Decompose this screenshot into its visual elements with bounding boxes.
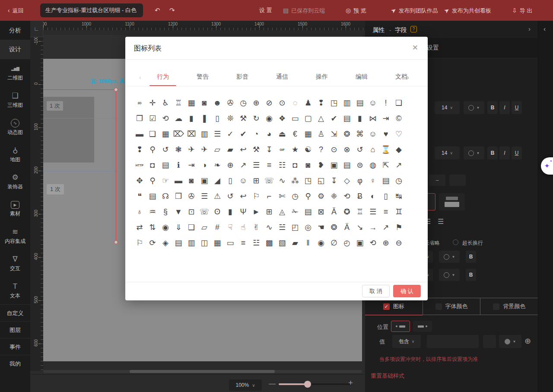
- grid-icon[interactable]: ❢: [315, 95, 327, 111]
- zoom-out-button[interactable]: —: [269, 380, 276, 388]
- modal-tab-影音[interactable]: 影音: [229, 73, 255, 81]
- sidebar-item-地图[interactable]: ⚲地图: [0, 141, 30, 168]
- grid-icon[interactable]: ⇓: [172, 220, 185, 235]
- grid-icon[interactable]: ☯: [302, 142, 315, 157]
- zoom-in-button[interactable]: +: [348, 378, 353, 388]
- italic-button[interactable]: I: [499, 147, 510, 159]
- grid-icon[interactable]: ↧: [327, 173, 340, 188]
- grid-icon[interactable]: ↻: [250, 111, 263, 126]
- grid-icon[interactable]: ☰: [198, 188, 211, 204]
- grid-icon[interactable]: ⌧: [185, 126, 198, 142]
- redo-button[interactable]: ↷: [169, 0, 175, 21]
- grid-icon[interactable]: ↺: [353, 142, 366, 157]
- grid-icon[interactable]: ⟲: [159, 111, 172, 126]
- grid-icon[interactable]: ☺: [366, 126, 379, 142]
- grid-icon[interactable]: Ƀ: [353, 188, 366, 204]
- grid-icon[interactable]: ▣: [198, 173, 211, 188]
- ruler-corner-icon[interactable]: ∟: [30, 21, 43, 37]
- grid-icon[interactable]: ⊕: [224, 157, 237, 173]
- grid-icon[interactable]: ♊: [392, 204, 405, 220]
- grid-icon[interactable]: ≡: [263, 157, 276, 173]
- grid-icon[interactable]: ⟲: [366, 235, 379, 251]
- sidebar-item-动态图[interactable]: ∿动态图: [0, 114, 30, 141]
- value-extra-field[interactable]: [483, 335, 496, 348]
- grid-icon[interactable]: →: [366, 220, 379, 235]
- grid-icon[interactable]: ↘: [353, 220, 366, 235]
- sidebar-item-我的[interactable]: 我的: [0, 355, 30, 372]
- grid-icon[interactable]: ♿: [159, 95, 172, 111]
- value-input[interactable]: [427, 335, 479, 348]
- grid-icon[interactable]: ❊: [224, 111, 237, 126]
- grid-icon[interactable]: #: [211, 220, 224, 235]
- grid-icon[interactable]: ◷: [237, 95, 250, 111]
- grid-icon[interactable]: ⏏: [276, 126, 289, 142]
- grid-icon[interactable]: ✪: [340, 204, 353, 220]
- grid-icon[interactable]: ℹ: [172, 157, 185, 173]
- grid-icon[interactable]: ◙: [198, 95, 211, 111]
- font-color-select[interactable]: ▼: [464, 147, 484, 159]
- checkbox-icon[interactable]: [435, 303, 442, 310]
- sidebar-item-内容集成[interactable]: ≋内容集成: [0, 223, 30, 250]
- grid-icon[interactable]: ♀: [366, 173, 379, 188]
- grid-icon[interactable]: ▥: [340, 95, 353, 111]
- grid-icon[interactable]: ⊖: [392, 235, 405, 251]
- icon-position-right-toggle[interactable]: [413, 321, 432, 332]
- grid-icon[interactable]: ↺: [159, 142, 172, 157]
- grid-icon[interactable]: ⌛: [379, 142, 392, 157]
- grid-icon[interactable]: ✥: [133, 173, 146, 188]
- grid-icon[interactable]: ✄: [276, 188, 289, 204]
- grid-icon[interactable]: ?: [315, 142, 327, 157]
- modal-tab-通信[interactable]: 通信: [269, 73, 295, 81]
- bold-button[interactable]: B: [487, 147, 498, 159]
- tab-bg-color[interactable]: 背景颜色: [480, 298, 538, 315]
- cancel-button[interactable]: 取 消: [362, 285, 390, 297]
- grid-icon[interactable]: ◱: [315, 173, 327, 188]
- grid-icon[interactable]: ⚒: [237, 111, 250, 126]
- grid-icon[interactable]: ≡: [379, 204, 392, 220]
- grid-icon[interactable]: ∅: [327, 235, 340, 251]
- grid-icon[interactable]: ◎: [302, 220, 315, 235]
- grid-icon[interactable]: ▤: [146, 188, 159, 204]
- grid-icon[interactable]: ▤: [172, 235, 185, 251]
- grid-icon[interactable]: §: [159, 204, 172, 220]
- grid-icon[interactable]: ☑: [146, 111, 159, 126]
- grid-icon[interactable]: ◔: [250, 126, 263, 142]
- reset-base-style-link[interactable]: 重置基础样式: [371, 372, 404, 380]
- grid-icon[interactable]: ⊜: [353, 157, 366, 173]
- grid-icon[interactable]: ▦: [302, 126, 315, 142]
- grid-icon[interactable]: φ: [353, 173, 366, 188]
- grid-icon[interactable]: ◘: [289, 157, 302, 173]
- grid-icon[interactable]: ☰: [211, 126, 224, 142]
- grid-icon[interactable]: ❏: [146, 126, 159, 142]
- grid-icon[interactable]: ☺: [237, 173, 250, 188]
- align-right-icon[interactable]: ☰: [438, 217, 444, 226]
- grid-icon[interactable]: ▰: [224, 142, 237, 157]
- grid-icon[interactable]: ☊: [159, 188, 172, 204]
- grid-icon[interactable]: ▧: [276, 235, 289, 251]
- grid-icon[interactable]: ☞: [159, 173, 172, 188]
- grid-icon[interactable]: ∿: [276, 173, 289, 188]
- grid-icon[interactable]: ✇: [185, 188, 198, 204]
- grid-icon[interactable]: ▢: [302, 111, 315, 126]
- bold-button[interactable]: B: [466, 251, 476, 263]
- grid-icon[interactable]: ✈: [185, 142, 198, 157]
- grid-icon[interactable]: ◇: [340, 173, 353, 188]
- grid-icon[interactable]: ✈: [198, 142, 211, 157]
- grid-icon[interactable]: ◍: [366, 157, 379, 173]
- grid-icon[interactable]: ◉: [263, 111, 276, 126]
- grid-icon[interactable]: ↩: [237, 188, 250, 204]
- grid-icon[interactable]: ▱: [198, 220, 211, 235]
- grid-icon[interactable]: ❢: [133, 142, 146, 157]
- panel-collapse-chevron[interactable]: ›: [528, 25, 531, 32]
- font-size-select[interactable]: 14∨: [435, 147, 460, 159]
- underline-button[interactable]: U: [512, 147, 522, 159]
- grid-icon[interactable]: ◙: [185, 173, 198, 188]
- grid-icon[interactable]: ❏: [185, 220, 198, 235]
- grid-icon[interactable]: ☱: [276, 220, 289, 235]
- grid-icon[interactable]: ▯: [224, 173, 237, 188]
- grid-icon[interactable]: ▭: [289, 111, 302, 126]
- grid-icon[interactable]: ◌: [289, 95, 302, 111]
- sidebar-item-二维图[interactable]: ▂▅▇二维图: [0, 59, 30, 86]
- grid-icon[interactable]: ◆: [392, 142, 405, 157]
- grid-icon[interactable]: GIF: [276, 142, 289, 157]
